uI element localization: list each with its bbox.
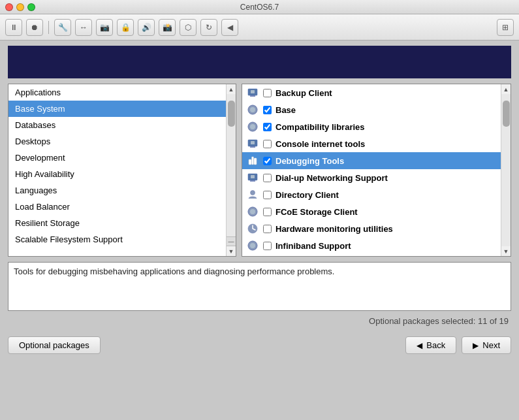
description-box: Tools for debugging misbehaving applicat… — [8, 262, 511, 311]
refresh-button[interactable]: ↻ — [200, 19, 217, 36]
right-scroll-down-arrow[interactable]: ▼ — [501, 246, 511, 256]
package-name: Console internet tools — [275, 139, 365, 149]
record-button[interactable]: ⏺ — [26, 19, 43, 36]
back-arrow-icon: ◀ — [417, 341, 422, 350]
category-list-item[interactable]: Load Balancer — [8, 199, 226, 215]
camera-button[interactable]: 📸 — [159, 19, 176, 36]
package-icon — [246, 222, 259, 235]
package-checkbox[interactable] — [263, 208, 272, 216]
lock-button[interactable]: 🔒 — [117, 19, 134, 36]
category-list-container: ApplicationsBase SystemDatabasesDesktops… — [8, 84, 236, 257]
package-list-container: Backup ClientBaseCompatibility libraries… — [242, 84, 511, 257]
package-icon — [246, 205, 259, 218]
package-checkbox[interactable] — [263, 123, 272, 131]
scroll-up-arrow[interactable]: ▲ — [227, 84, 236, 94]
package-icon — [246, 137, 259, 150]
maximize-button[interactable] — [27, 3, 35, 11]
arrows-button[interactable]: ↔ — [75, 19, 92, 36]
volume-button[interactable]: 🔊 — [138, 19, 155, 36]
main-content: ApplicationsBase SystemDatabasesDesktops… — [0, 84, 519, 359]
svg-point-6 — [250, 124, 255, 129]
optional-packages-label: Optional packages — [19, 340, 89, 350]
next-arrow-icon: ▶ — [473, 341, 479, 350]
category-list-item[interactable]: Languages — [8, 182, 226, 199]
next-button[interactable]: ▶ Next — [462, 336, 511, 354]
package-list: Backup ClientBaseCompatibility libraries… — [242, 84, 501, 256]
package-name: Infiniband Support — [275, 241, 351, 251]
category-list-item[interactable]: Applications — [8, 84, 226, 101]
category-list-item[interactable]: Base System — [8, 101, 226, 117]
package-checkbox[interactable] — [263, 106, 272, 114]
buttons-row: Optional packages ◀ Back ▶ Next — [8, 331, 511, 359]
minimize-button[interactable] — [16, 3, 24, 11]
right-scroll-up-arrow[interactable]: ▲ — [501, 84, 511, 94]
package-list-item[interactable]: Compatibility libraries — [242, 118, 501, 135]
package-checkbox[interactable] — [263, 157, 272, 165]
svg-point-21 — [250, 243, 255, 248]
package-list-item[interactable]: Directory Client — [242, 186, 501, 203]
optional-packages-button[interactable]: Optional packages — [8, 336, 101, 354]
optional-selected-text: Optional packages selected: 11 of 19 — [8, 316, 511, 326]
close-button[interactable] — [5, 3, 13, 11]
package-list-item[interactable]: Console internet tools — [242, 135, 501, 152]
package-list-item[interactable]: Hardware monitoring utilities — [242, 220, 501, 237]
backarrow-button[interactable]: ◀ — [221, 19, 238, 36]
category-list-item[interactable]: Databases — [8, 117, 226, 133]
scroll-down-arrow[interactable]: ▼ — [227, 246, 236, 256]
toolbar: ⏸ ⏺ 🔧 ↔ 📷 🔒 🔊 📸 ⬡ ↻ ◀ ⊞ — [0, 14, 519, 40]
nav-buttons: ◀ Back ▶ Next — [405, 336, 511, 354]
package-list-item[interactable]: FCoE Storage Client — [242, 203, 501, 220]
svg-rect-2 — [251, 90, 255, 93]
right-scroll-thumb[interactable] — [503, 101, 510, 127]
package-list-item[interactable]: Base — [242, 101, 501, 118]
svg-rect-12 — [254, 158, 257, 165]
package-checkbox[interactable] — [263, 174, 272, 182]
package-name: Base — [275, 105, 296, 115]
category-list-item[interactable]: Development — [8, 150, 226, 166]
right-scrollbar[interactable]: ▲ ▼ — [501, 84, 511, 256]
package-checkbox[interactable] — [263, 225, 272, 233]
package-name: Hardware monitoring utilities — [275, 224, 393, 234]
package-icon — [246, 154, 259, 167]
titlebar: CentOS6.7 — [0, 0, 519, 14]
pause-button[interactable]: ⏸ — [5, 19, 22, 36]
package-list-item[interactable]: Infiniband Support — [242, 237, 501, 254]
left-scrollbar[interactable]: ▲ — ▼ — [226, 84, 236, 256]
lists-area: ApplicationsBase SystemDatabasesDesktops… — [8, 84, 511, 257]
svg-rect-14 — [250, 180, 255, 182]
package-icon — [246, 239, 259, 252]
window-mode-button[interactable]: ⊞ — [497, 19, 514, 36]
scroll-thumb[interactable] — [228, 101, 235, 127]
package-list-item[interactable]: Debugging Tools — [242, 152, 501, 169]
category-list-item[interactable]: Desktops — [8, 133, 226, 150]
package-checkbox[interactable] — [263, 191, 272, 199]
back-button[interactable]: ◀ Back — [405, 336, 456, 354]
scroll-mid-arrow[interactable]: — — [227, 236, 236, 246]
toolbar-separator — [48, 21, 49, 34]
package-checkbox[interactable] — [263, 89, 272, 97]
package-name: FCoE Storage Client — [275, 207, 358, 217]
scroll-track — [227, 94, 236, 236]
category-list-item[interactable]: High Availability — [8, 166, 226, 182]
package-icon — [246, 103, 259, 116]
back-label: Back — [426, 340, 445, 350]
photo-button[interactable]: 📷 — [96, 19, 113, 36]
package-icon — [246, 120, 259, 133]
package-list-item[interactable]: Backup Client — [242, 84, 501, 101]
svg-rect-11 — [252, 157, 254, 165]
wrench-button[interactable]: 🔧 — [54, 19, 71, 36]
right-scroll-track — [501, 94, 511, 246]
window-controls — [5, 3, 35, 11]
next-label: Next — [482, 340, 500, 350]
category-list-item[interactable]: Scalable Filesystem Support — [8, 231, 226, 248]
usb-button[interactable]: ⬡ — [180, 19, 197, 36]
package-checkbox[interactable] — [263, 140, 272, 148]
category-list-item[interactable]: Resilient Storage — [8, 215, 226, 231]
package-list-item[interactable]: Dial-up Networking Support — [242, 169, 501, 186]
svg-rect-10 — [249, 159, 251, 165]
package-name: Directory Client — [275, 190, 339, 200]
svg-point-18 — [250, 209, 255, 214]
package-icon — [246, 171, 259, 184]
package-checkbox[interactable] — [263, 242, 272, 250]
svg-point-4 — [250, 107, 255, 112]
